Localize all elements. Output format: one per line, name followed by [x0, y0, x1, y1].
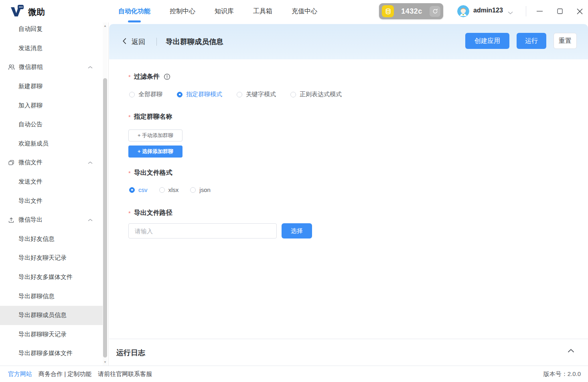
- scrollbar-thumb[interactable]: [103, 78, 107, 358]
- upload-icon: [8, 217, 14, 223]
- info-icon[interactable]: [164, 73, 170, 80]
- sidebar-item-export-friend-media[interactable]: 导出好友多媒体文件: [0, 268, 103, 287]
- required-asterisk: *: [128, 210, 131, 216]
- main-nav: 自动化功能 控制中心 知识库 工具箱 充值中心: [118, 0, 317, 22]
- back-button[interactable]: 返回: [122, 24, 145, 59]
- choose-path-button[interactable]: 选择: [282, 223, 312, 238]
- official-site-link[interactable]: 官方网站: [8, 370, 32, 378]
- sidebar-group-wechat-export[interactable]: 微信导出: [0, 210, 103, 230]
- credits-badge[interactable]: 1432c: [379, 3, 443, 19]
- sidebar-scrollbar[interactable]: ▲ ▼: [103, 22, 107, 366]
- scrollbar-up-arrow[interactable]: ▲: [103, 23, 107, 28]
- required-asterisk: *: [128, 170, 131, 176]
- reset-button[interactable]: 重置: [554, 33, 577, 49]
- window-minimize-button[interactable]: [533, 6, 545, 17]
- run-log-panel: 运行日志: [109, 339, 588, 366]
- people-icon: [8, 64, 15, 71]
- header-divider: [156, 38, 157, 46]
- footer: 官方网站 商务合作 | 定制功能 请前往官网联系客服 版本号：2.0.0: [0, 366, 588, 382]
- filter-condition-label: * 过滤条件: [128, 73, 170, 81]
- export-format-label: * 导出文件格式: [128, 169, 172, 177]
- sidebar-item-auto-reply[interactable]: 自动回复: [0, 22, 103, 39]
- radio-specified-group-mode[interactable]: 指定群聊模式: [177, 91, 222, 98]
- chevron-left-icon: [122, 38, 127, 46]
- chevron-up-icon: [88, 66, 93, 69]
- chevron-up-icon: [88, 218, 93, 221]
- required-asterisk: *: [128, 113, 131, 120]
- radio-circle: [129, 92, 135, 97]
- run-log-title: 运行日志: [116, 339, 145, 366]
- topbar-divider: [526, 6, 526, 16]
- chevron-up-icon: [88, 161, 93, 164]
- select-add-group-button[interactable]: + 选择添加群聊: [128, 146, 182, 158]
- export-path-row: 选择: [128, 223, 312, 238]
- radio-csv[interactable]: csv: [129, 186, 148, 193]
- radio-json[interactable]: json: [190, 186, 211, 193]
- collapse-chevron-up-icon[interactable]: [568, 349, 574, 353]
- sidebar-item-export-friend-chat[interactable]: 导出好友聊天记录: [0, 249, 103, 268]
- radio-circle: [159, 187, 165, 193]
- radio-circle: [190, 187, 196, 193]
- create-app-button[interactable]: 创建应用: [465, 33, 509, 49]
- contact-support-text: 请前往官网联系客服: [98, 370, 152, 378]
- radio-circle: [290, 92, 296, 97]
- sidebar-item-new-group[interactable]: 新建群聊: [0, 77, 103, 96]
- manual-add-group-button[interactable]: + 手动添加群聊: [128, 129, 182, 141]
- sidebar-item-join-group[interactable]: 加入群聊: [0, 96, 103, 115]
- refresh-credits-button[interactable]: [430, 6, 440, 17]
- version-label: 版本号：2.0.0: [543, 370, 581, 378]
- tab-knowledge-base[interactable]: 知识库: [215, 0, 234, 22]
- app-logo: 微助: [10, 4, 45, 20]
- radio-circle-selected: [129, 187, 135, 193]
- credits-amount: 1432c: [394, 7, 430, 16]
- filter-mode-radio-group: 全部群聊 指定群聊模式 关键字模式 正则表达式模式: [129, 91, 342, 98]
- sidebar-group-wechat-files[interactable]: 微信文件: [0, 153, 103, 172]
- run-button[interactable]: 运行: [517, 33, 546, 49]
- app-name: 微助: [28, 6, 45, 18]
- sidebar-item-export-group-chat[interactable]: 导出群聊聊天记录: [0, 325, 103, 344]
- main-content: 返回 导出群聊成员信息 创建应用 运行 重置 * 过滤条件 全部群聊 指定群聊模…: [109, 22, 588, 366]
- window-maximize-button[interactable]: [554, 6, 566, 17]
- app-logo-icon: [10, 4, 24, 20]
- sidebar-item-export-file[interactable]: 导出文件: [0, 191, 103, 210]
- required-asterisk: *: [128, 73, 131, 80]
- sidebar-menu: 自动回复 发送消息 微信群组 新建群聊 加入群聊 自动公告 欢迎新成员: [0, 22, 103, 363]
- sidebar: 自动回复 发送消息 微信群组 新建群聊 加入群聊 自动公告 欢迎新成员: [0, 22, 109, 366]
- sidebar-item-auto-announcement[interactable]: 自动公告: [0, 115, 103, 134]
- radio-regex-mode[interactable]: 正则表达式模式: [290, 91, 342, 98]
- page-header: 返回 导出群聊成员信息 创建应用 运行 重置: [109, 24, 588, 59]
- export-path-label: * 导出文件路径: [128, 209, 172, 217]
- sidebar-item-send-file[interactable]: 发送文件: [0, 172, 103, 192]
- user-avatar[interactable]: [457, 5, 469, 17]
- group-name-label: * 指定群聊名称: [128, 113, 172, 121]
- footer-links: 官方网站 商务合作 | 定制功能 请前往官网联系客服: [8, 370, 152, 378]
- username[interactable]: admin123: [473, 7, 503, 14]
- topbar: 微助 自动化功能 控制中心 知识库 工具箱 充值中心 1432c: [0, 0, 588, 22]
- sidebar-item-welcome-new-member[interactable]: 欢迎新成员: [0, 134, 103, 154]
- sidebar-item-send-message[interactable]: 发送消息: [0, 39, 103, 58]
- sidebar-item-export-group-members[interactable]: 导出群聊成员信息: [0, 306, 103, 325]
- radio-keyword-mode[interactable]: 关键字模式: [237, 91, 276, 98]
- scrollbar-down-arrow[interactable]: ▼: [103, 360, 107, 365]
- radio-all-groups[interactable]: 全部群聊: [129, 91, 162, 98]
- sidebar-group-wechat-groups[interactable]: 微信群组: [0, 58, 103, 77]
- radio-circle-selected: [177, 92, 182, 97]
- tab-toolbox[interactable]: 工具箱: [253, 0, 272, 22]
- files-icon: [8, 160, 14, 166]
- tab-recharge-center[interactable]: 充值中心: [292, 0, 317, 22]
- export-format-radio-group: csv xlsx json: [129, 186, 211, 193]
- active-tab-indicator: [128, 20, 141, 22]
- page-title: 导出群聊成员信息: [166, 24, 223, 59]
- sidebar-item-export-group-info[interactable]: 导出群聊信息: [0, 287, 103, 306]
- tab-automation[interactable]: 自动化功能: [118, 0, 150, 22]
- header-actions: 创建应用 运行 重置: [465, 33, 577, 49]
- coin-icon: [382, 5, 394, 17]
- sidebar-item-export-friend-info[interactable]: 导出好友信息: [0, 230, 103, 249]
- tab-control-center[interactable]: 控制中心: [170, 0, 195, 22]
- export-path-input[interactable]: [128, 223, 277, 238]
- window-close-button[interactable]: [574, 6, 586, 17]
- user-menu-chevron-icon[interactable]: [508, 9, 513, 16]
- business-cooperation-text[interactable]: 商务合作 | 定制功能: [39, 370, 91, 378]
- radio-xlsx[interactable]: xlsx: [159, 186, 179, 193]
- sidebar-item-export-group-media[interactable]: 导出群聊多媒体文件: [0, 344, 103, 363]
